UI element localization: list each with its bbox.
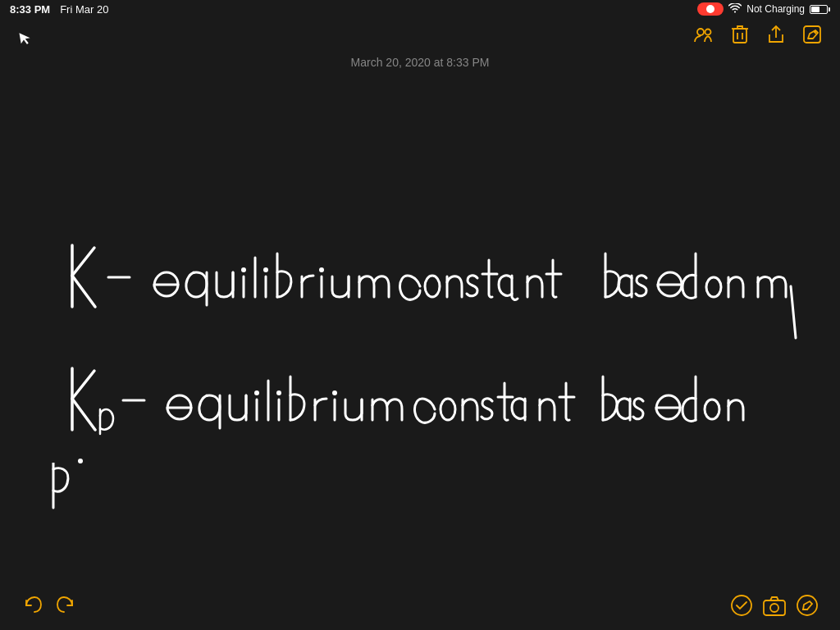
record-dot	[706, 5, 714, 13]
bottom-toolbar	[0, 581, 840, 630]
camera-button[interactable]	[758, 589, 791, 622]
status-left: 8:33 PM Fri Mar 20	[10, 3, 108, 16]
share-button[interactable]	[761, 20, 791, 49]
cursor-arrow	[16, 28, 36, 51]
date: Fri Mar 20	[60, 3, 108, 16]
svg-point-20	[770, 604, 778, 612]
svg-point-17	[78, 459, 83, 463]
battery-fill	[811, 7, 819, 12]
svg-point-9	[319, 267, 324, 272]
handwriting-svg	[33, 98, 807, 564]
status-right: Not Charging	[697, 2, 830, 16]
svg-rect-5	[804, 26, 820, 43]
svg-point-0	[697, 29, 704, 35]
svg-rect-2	[733, 29, 746, 43]
svg-point-18	[732, 596, 751, 615]
svg-point-7	[241, 267, 246, 272]
redo-button[interactable]	[49, 589, 82, 622]
time: 8:33 PM	[10, 3, 50, 16]
record-indicator	[697, 2, 724, 16]
svg-point-21	[797, 596, 817, 615]
not-charging-text: Not Charging	[746, 3, 805, 15]
status-bar: 8:33 PM Fri Mar 20 Not Charging	[0, 0, 840, 18]
svg-point-10	[425, 276, 440, 297]
collaborate-button[interactable]	[689, 20, 719, 49]
svg-point-11	[706, 277, 721, 297]
check-button[interactable]	[725, 589, 758, 622]
svg-point-13	[276, 390, 281, 395]
undo-button[interactable]	[16, 589, 49, 622]
battery-tip	[829, 7, 830, 11]
svg-point-15	[441, 399, 455, 420]
svg-point-1	[705, 30, 711, 35]
content-area	[0, 82, 840, 581]
wifi-icon	[728, 3, 742, 16]
edit-button[interactable]	[797, 20, 827, 49]
delete-button[interactable]	[725, 20, 755, 49]
svg-rect-19	[764, 600, 785, 615]
note-date: March 20, 2020 at 8:33 PM	[0, 56, 840, 69]
battery-icon	[810, 5, 830, 14]
svg-point-14	[332, 390, 337, 395]
svg-point-8	[263, 267, 268, 272]
pen-button[interactable]	[791, 589, 824, 622]
svg-point-16	[705, 399, 719, 419]
battery-body	[810, 5, 828, 14]
svg-point-12	[254, 390, 259, 395]
